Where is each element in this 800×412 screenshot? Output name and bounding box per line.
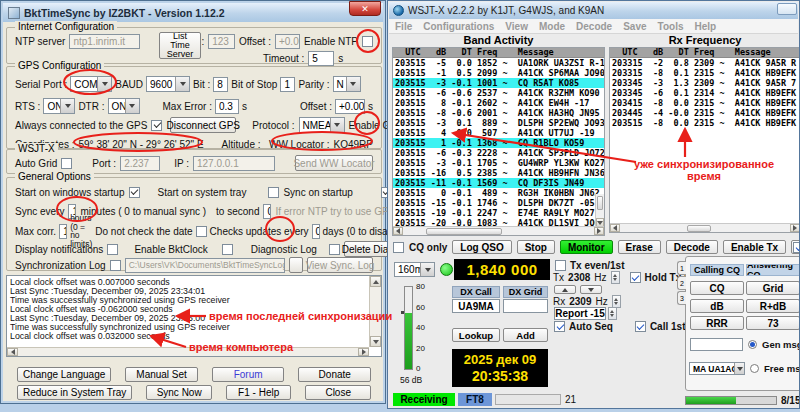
band-activity-row[interactable]: 203515 -15 -0.1 1746 ~ DL5PH DK7ZT -05	[393, 198, 604, 208]
hold-tx-freq-checkbox[interactable]	[630, 272, 641, 283]
menu-item[interactable]: Decode	[576, 21, 612, 32]
minimize-icon[interactable]	[777, 3, 797, 15]
scroll-left-icon[interactable]	[610, 224, 620, 232]
menu-item[interactable]: Mode	[539, 21, 565, 32]
band-vertical-scrollbar[interactable]	[595, 194, 604, 227]
rx-frequency-row[interactable]: 203515 -8 0.0 2315 ~ A41CK HB9EFK	[610, 118, 800, 128]
enable-ntp-checkbox[interactable]	[362, 36, 373, 47]
free-msg-select[interactable]: MA UA1ACO	[689, 362, 745, 375]
call-1st-checkbox[interactable]	[635, 321, 646, 332]
bit-input[interactable]: 8	[213, 77, 228, 92]
decode-button[interactable]: Decode	[666, 240, 718, 254]
sync-now-button[interactable]: Sync Now	[146, 385, 212, 400]
chevron-down-icon[interactable]	[330, 118, 344, 132]
tx-even-checkbox[interactable]	[555, 260, 566, 271]
tab-1[interactable]: 1	[677, 261, 686, 275]
band-activity-row[interactable]: 203515 -19 -0.1 2247 ~ E74E RA9LY MO27	[393, 208, 604, 218]
bkt-titlebar[interactable]: BktTimeSync by IZ2BKT - Version 1.12.2	[3, 3, 383, 22]
rx-frequency-row[interactable]: 203345 -3 1.3 2309 ~ A41CK 9A5R 7	[610, 78, 800, 88]
band-activity-row[interactable]: 203515 -16 0.5 2385 ~ A41CK HB9HFN JN36	[393, 168, 604, 178]
tx-freq-spinner[interactable]	[611, 271, 620, 284]
band-activity-row[interactable]: 203515 4 0.0 507 ~ A41CK UT7UJ -19	[393, 128, 604, 138]
ip-input[interactable]: 127.0.0.1	[193, 156, 275, 171]
display-notifications-checkbox[interactable]	[107, 244, 118, 255]
menu-item[interactable]: File	[395, 21, 412, 32]
band-activity-row[interactable]: 203515 1 -0.1 1368 ~ CQ R1BLO KO59	[393, 138, 604, 148]
max-corr-input[interactable]: 12	[59, 224, 67, 239]
auto-grid-checkbox[interactable]	[61, 158, 72, 169]
view-sync-log-button[interactable]: View Sync. Log	[307, 257, 373, 273]
band-activity-list[interactable]: UTC dB DT Freq Message 203515 -5 0.0 185…	[392, 47, 605, 236]
serial-port-select[interactable]: COM14	[70, 76, 112, 92]
chevron-down-icon[interactable]	[60, 99, 74, 113]
chevron-down-icon[interactable]	[734, 363, 744, 374]
chevron-down-icon[interactable]	[97, 77, 111, 91]
start-tray-checkbox[interactable]	[268, 187, 279, 198]
band-activity-row[interactable]: 203515 -8 -0.6 2001 ~ A41CK HA3HQ JN95	[393, 108, 604, 118]
udp-port-input[interactable]: 2.237	[120, 156, 160, 171]
band-activity-row[interactable]: 203515 0 -0.1 489 ~ RG3H IK0HBN JN62	[393, 188, 604, 198]
grid-message-button[interactable]: Grid	[746, 281, 800, 295]
sync-log-checkbox[interactable]	[110, 260, 121, 271]
log-qso-button[interactable]: Log QSO	[452, 240, 511, 254]
gen-msg-radio[interactable]	[748, 340, 757, 349]
send-ww-locator-button[interactable]: Send WW Locator	[295, 155, 373, 171]
chevron-down-icon[interactable]	[125, 99, 139, 113]
start-windows-checkbox[interactable]	[129, 187, 140, 198]
rx-frequency-row[interactable]: 203315 -2 0.8 2309 ~ A41CK 9A5R R	[610, 58, 800, 68]
auto-seq-checkbox[interactable]	[554, 321, 565, 332]
sync-log-output[interactable]: Local clock offset was 0.007000 secondsL…	[6, 275, 382, 357]
menu-item[interactable]: Configurations	[423, 21, 494, 32]
parity-select[interactable]: N	[333, 76, 361, 92]
chevron-down-icon[interactable]	[420, 263, 434, 276]
close-button[interactable]: Close	[305, 385, 371, 400]
rx-frequency-row[interactable]: 203345 -6 0.1 2314 ~ A41CK HB9EFK	[610, 88, 800, 98]
stop-bit-input[interactable]: 1	[280, 77, 295, 92]
dx-grid-input[interactable]	[503, 299, 548, 313]
menu-item[interactable]: Tools	[658, 21, 684, 32]
log-path-input[interactable]: C:\Users\VK\Documents\BktTimeSyncLog.txt	[125, 258, 285, 273]
band-select[interactable]: 160m	[394, 262, 435, 277]
free-msg-radio[interactable]	[750, 364, 759, 373]
dx-call-input[interactable]: UA9MA	[452, 299, 500, 313]
always-connected-checkbox[interactable]	[151, 120, 162, 131]
erase-button[interactable]: Erase	[618, 240, 661, 254]
band-horizontal-scrollbar[interactable]	[393, 226, 604, 235]
rrr-message-button[interactable]: RRR	[690, 316, 744, 330]
band-activity-row[interactable]: 203515 -6 -0.6 2537 ~ A41CK R3ZHM KO90	[393, 88, 604, 98]
band-activity-row[interactable]: 203515 -1 0.5 2099 ~ A41CK SP6MAA JO90	[393, 68, 604, 78]
log-horizontal-scrollbar[interactable]	[7, 347, 369, 356]
cq-only-checkbox[interactable]	[393, 242, 404, 253]
close-icon[interactable]	[349, 1, 381, 16]
ntp-server-input[interactable]: ntp1.inrim.it	[69, 34, 139, 49]
73-message-button[interactable]: 73	[746, 316, 800, 330]
stop-button[interactable]: Stop	[517, 240, 555, 254]
band-activity-row[interactable]: 203515 -6 -0.3 2228 ~ A41CK SP3PLD JO72	[393, 148, 604, 158]
freq-up-button[interactable]	[554, 285, 576, 294]
report-spinner[interactable]	[608, 307, 617, 320]
tab-2[interactable]: 2	[677, 276, 686, 290]
add-button[interactable]: Add	[503, 328, 548, 342]
log-vertical-scrollbar[interactable]	[369, 276, 381, 347]
scroll-right-icon[interactable]	[358, 348, 369, 356]
band-activity-row[interactable]: 203515 8 -0.1 2602 ~ A41CK EW4H -17	[393, 98, 604, 108]
band-activity-row[interactable]: 203515 -5 0.0 1852 ~ UA1ORK UA3ZSI R-1	[393, 58, 604, 68]
disconnect-gps-button[interactable]: Disconnect GPS	[170, 117, 236, 133]
cq-message-button[interactable]: CQ	[690, 281, 744, 295]
report-input[interactable]: Report -15	[554, 307, 606, 320]
gps-offset-input[interactable]: +0.00	[335, 99, 365, 114]
reduce-tray-button[interactable]: Reduce in System Tray	[17, 385, 132, 400]
menu-item[interactable]: Help	[694, 21, 716, 32]
donate-button[interactable]: Donate	[298, 367, 371, 382]
db-message-button[interactable]: dB	[690, 299, 744, 313]
scroll-left-icon[interactable]	[7, 348, 18, 356]
chevron-down-icon[interactable]	[175, 77, 189, 91]
scroll-down-icon[interactable]	[370, 336, 381, 347]
offset-input[interactable]: +0.00	[275, 34, 300, 49]
manual-set-button[interactable]: Manual Set	[125, 367, 198, 382]
help-button[interactable]: F1 - Help	[226, 385, 292, 400]
change-language-button[interactable]: Change Language	[17, 367, 111, 382]
lookup-button[interactable]: Lookup	[452, 328, 500, 342]
rx-frequency-row[interactable]: 203315 -8 0.1 2315 ~ A41CK HB9EFK	[610, 68, 800, 78]
updates-input[interactable]: 0	[312, 224, 320, 239]
